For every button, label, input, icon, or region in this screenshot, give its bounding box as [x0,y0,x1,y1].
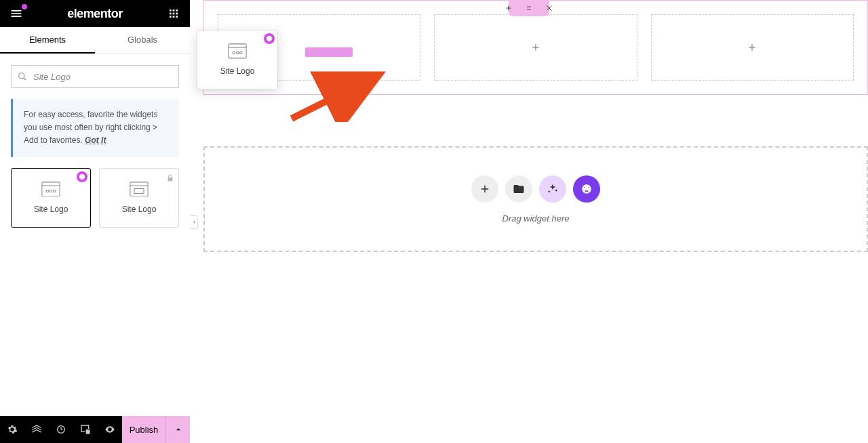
svg-point-16 [54,190,56,192]
svg-point-24 [527,6,528,7]
panel-tabs: Elements Globals [0,27,190,54]
svg-point-27 [527,9,528,10]
svg-rect-6 [170,16,172,18]
svg-point-28 [528,9,530,10]
search-icon [18,72,27,81]
search-input[interactable] [11,65,179,88]
widgets-grid: Site Logo Site Logo [0,168,190,228]
lock-icon [166,173,174,181]
drop-indicator [305,47,353,57]
svg-point-26 [530,6,531,7]
drag-ghost-label: Site Logo [220,66,255,76]
plus-icon [530,42,541,53]
globals-button[interactable] [573,175,600,203]
svg-point-15 [50,190,52,192]
publish-options-button[interactable] [165,416,190,443]
dropzone-actions [471,175,600,203]
svg-point-14 [46,190,49,192]
preview-button[interactable] [98,416,122,443]
responsive-button[interactable] [73,416,98,443]
svg-rect-1 [173,9,175,12]
svg-rect-2 [176,9,178,12]
collapse-panel-button[interactable] [190,215,198,229]
navigator-button[interactable] [24,416,49,443]
widget-label: Site Logo [34,205,68,214]
history-button[interactable] [49,416,73,443]
widget-card-site-logo-locked[interactable]: Site Logo [99,168,179,228]
add-section-button[interactable] [505,4,513,12]
site-logo-icon [41,182,60,198]
tab-globals[interactable]: Globals [95,27,190,54]
widget-card-site-logo[interactable]: Site Logo [11,168,91,228]
svg-point-36 [582,184,591,194]
drag-section-handle[interactable] [525,4,533,12]
svg-point-25 [528,6,530,7]
apps-button[interactable] [165,5,182,22]
new-section-dropzone[interactable]: Drag widget here [203,146,868,252]
dropzone-text: Drag widget here [502,213,570,224]
svg-rect-12 [42,182,60,196]
pro-badge-icon [77,171,87,182]
settings-button[interactable] [0,416,24,443]
svg-point-33 [233,51,235,54]
search-box [11,65,179,88]
svg-point-34 [236,51,239,54]
svg-rect-0 [170,9,172,12]
plus-icon [747,42,757,53]
svg-rect-31 [229,44,246,58]
drag-ghost: Site Logo [197,30,278,89]
tab-elements[interactable]: Elements [0,27,95,54]
column-empty[interactable] [651,14,854,81]
svg-rect-19 [134,188,144,193]
pro-badge-icon [264,33,275,44]
publish-button[interactable]: Publish [122,416,165,443]
editor-header: elementor [0,0,190,27]
panel-footer: Publish [0,416,190,443]
widget-label: Site Logo [122,205,157,214]
svg-point-35 [240,51,243,54]
notification-dot [22,4,27,9]
svg-point-11 [79,173,85,179]
svg-point-9 [19,73,24,79]
svg-rect-7 [173,16,175,18]
menu-button[interactable] [8,5,24,22]
svg-rect-4 [173,13,175,15]
svg-point-29 [530,9,531,10]
svg-line-10 [24,78,26,81]
svg-rect-17 [130,182,148,196]
add-section-button[interactable] [471,175,498,203]
add-template-button[interactable] [505,175,532,203]
site-logo-icon [130,182,149,198]
tip-dismiss-link[interactable]: Got It [85,135,106,145]
editor-canvas: Site Logo Drag widget here [190,0,868,443]
svg-point-30 [267,36,272,41]
svg-rect-8 [176,16,178,18]
site-logo-icon [228,43,247,60]
brand-logo: elementor [67,7,123,21]
ai-button[interactable] [539,175,566,203]
column-empty[interactable] [434,14,637,81]
section-toolbar [509,0,549,16]
remove-section-button[interactable] [545,4,553,12]
svg-rect-3 [170,13,172,15]
tip-box: For easy access, favorite the widgets yo… [11,99,179,157]
svg-rect-5 [176,13,178,15]
